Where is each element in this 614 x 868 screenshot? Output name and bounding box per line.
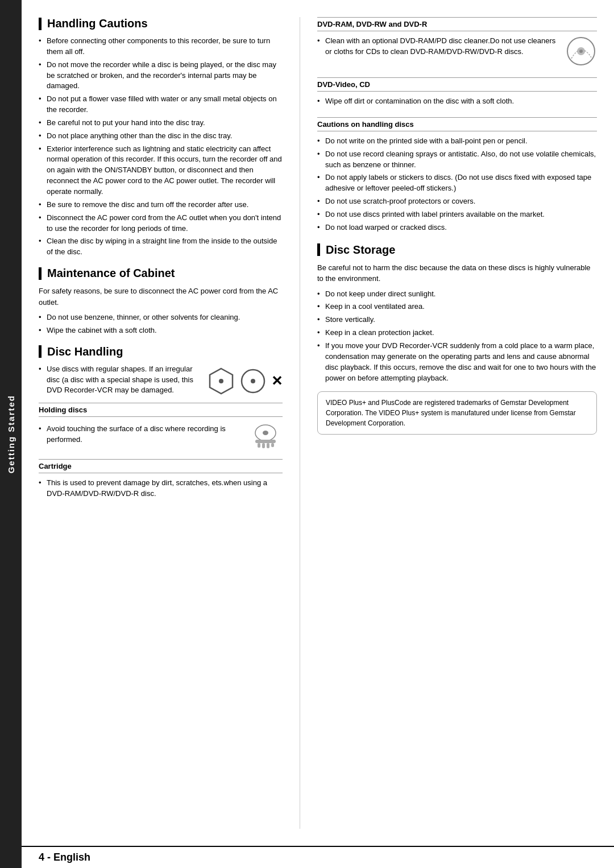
holding-discs-list: Avoid touching the surface of a disc whe… [39,424,243,448]
cautions-handling-section: Cautions on handling discs Do not write … [317,117,597,233]
list-item: If you move your DVD Recorder-VCR sudden… [317,341,597,383]
handling-cautions-title: Handling Cautions [39,17,283,30]
dvd-video-list: Wipe off dirt or contamination on the di… [317,96,597,107]
trademark-box: VIDEO Plus+ and PlusCode are registered … [317,391,597,435]
list-item: Be sure to remove the disc and turn off … [39,200,283,210]
title-bar-icon [39,267,42,280]
right-column: DVD-RAM, DVD-RW and DVD-R Clean with an … [300,17,597,829]
svg-rect-8 [262,443,265,448]
maintenance-title: Maintenance of Cabinet [39,267,283,280]
dvd-ram-list: Clean with an optional DVD-RAM/PD disc c… [317,36,560,60]
title-bar-icon [39,18,42,30]
list-item: Be careful not to put your hand into the… [39,118,283,129]
list-item: Store vertically. [317,315,597,325]
disc-handling-intro-list: Use discs with regular shapes. If an irr… [39,364,200,399]
list-item: Disconnect the AC power cord from the AC… [39,213,283,234]
list-item: Clean with an optional DVD-RAM/PD disc c… [317,36,560,57]
svg-point-5 [263,431,268,435]
list-item: Avoid touching the surface of a disc whe… [39,424,243,445]
list-item: Do not place anything other than the dis… [39,131,283,142]
cartridge-subsection: Cartridge This is used to prevent damage… [39,459,283,499]
footer-bar: 4 - English [0,846,614,868]
sidebar-label: Getting Started [6,395,16,473]
list-item: Do not use benzene, thinner, or other so… [39,312,283,323]
content-area: Handling Cautions Before connecting othe… [22,0,614,846]
disc-storage-title-text: Disc Storage [326,243,395,257]
svg-point-3 [251,379,255,383]
list-item: Do not use scratch-proof protectors or c… [317,196,597,207]
hex-disc-icon [208,367,235,395]
list-item: Wipe the cabinet with a soft cloth. [39,325,283,336]
trademark-text: VIDEO Plus+ and PlusCode are registered … [326,399,576,427]
disc-storage-section: Disc Storage Be careful not to harm the … [317,243,597,435]
list-item: Do not use discs printed with label prin… [317,209,597,220]
svg-rect-10 [271,443,274,447]
cartridge-list: This is used to prevent damage by dirt, … [39,478,283,499]
circle-disc-icon [240,369,265,394]
handling-cautions-section: Handling Cautions Before connecting othe… [39,17,283,258]
disc-handling-title-text: Disc Handling [47,345,123,358]
left-column: Handling Cautions Before connecting othe… [39,17,300,829]
list-item: Do not move the recorder while a disc is… [39,60,283,92]
list-item: Use discs with regular shapes. If an irr… [39,364,200,396]
maintenance-title-text: Maintenance of Cabinet [47,267,175,280]
svg-point-1 [219,379,223,383]
maintenance-section: Maintenance of Cabinet For safety reason… [39,267,283,336]
list-item: Do not write on the printed side with a … [317,136,597,147]
dvd-ram-row: Clean with an optional DVD-RAM/PD disc c… [317,36,597,67]
x-mark-icon: ✕ [271,373,283,389]
disc-shapes-visual: ✕ [208,367,283,395]
dvd-ram-subtitle: DVD-RAM, DVD-RW and DVD-R [317,17,597,31]
dvd-ram-section: DVD-RAM, DVD-RW and DVD-R Clean with an … [317,17,597,67]
footer-label: 4 - English [39,852,90,863]
hand-disc-icon [248,421,283,450]
svg-rect-6 [255,440,276,443]
list-item: Do not put a flower vase filled with wat… [39,94,283,115]
dvd-cleaner-icon [566,36,597,67]
holding-discs-row: Avoid touching the surface of a disc whe… [39,421,283,450]
dvd-video-subtitle: DVD-Video, CD [317,77,597,92]
list-item: Exterior interference such as lightning … [39,144,283,197]
list-item: Do not apply labels or stickers to discs… [317,172,597,194]
title-bar-icon [39,345,42,358]
cautions-handling-subtitle: Cautions on handling discs [317,117,597,131]
holding-discs-subsection: Holding discs Avoid touching the surface… [39,403,283,450]
list-item: Wipe off dirt or contamination on the di… [317,96,597,107]
list-item: Do not load warped or cracked discs. [317,222,597,233]
handling-cautions-list: Before connecting other components to th… [39,36,283,258]
holding-discs-subtitle: Holding discs [39,403,283,417]
title-bar-icon [317,243,320,256]
cartridge-subtitle: Cartridge [39,459,283,473]
list-item: Keep in a clean protection jacket. [317,328,597,338]
svg-rect-9 [267,443,269,448]
list-item: Before connecting other components to th… [39,36,283,57]
handling-cautions-title-text: Handling Cautions [47,17,148,30]
maintenance-intro: For safety reasons, be sure to disconnec… [39,286,283,308]
list-item: Do not use record cleaning sprays or ant… [317,149,597,171]
disc-storage-list: Do not keep under direct sunlight. Keep … [317,289,597,384]
dvd-video-section: DVD-Video, CD Wipe off dirt or contamina… [317,77,597,107]
sidebar: Getting Started [0,0,22,868]
disc-storage-title: Disc Storage [317,243,597,257]
page: Getting Started Handling Cautions Before… [0,0,614,868]
disc-storage-intro: Be careful not to harm the disc because … [317,262,597,284]
list-item: Do not keep under direct sunlight. [317,289,597,300]
disc-handling-title: Disc Handling [39,345,283,358]
maintenance-list: Do not use benzene, thinner, or other so… [39,312,283,336]
list-item: Clean the disc by wiping in a straight l… [39,236,283,258]
disc-handling-section: Disc Handling Use discs with regular sha… [39,345,283,499]
cautions-handling-list: Do not write on the printed side with a … [317,136,597,233]
svg-rect-7 [258,443,260,448]
list-item: Keep in a cool ventilated area. [317,301,597,312]
list-item: This is used to prevent damage by dirt, … [39,478,283,499]
